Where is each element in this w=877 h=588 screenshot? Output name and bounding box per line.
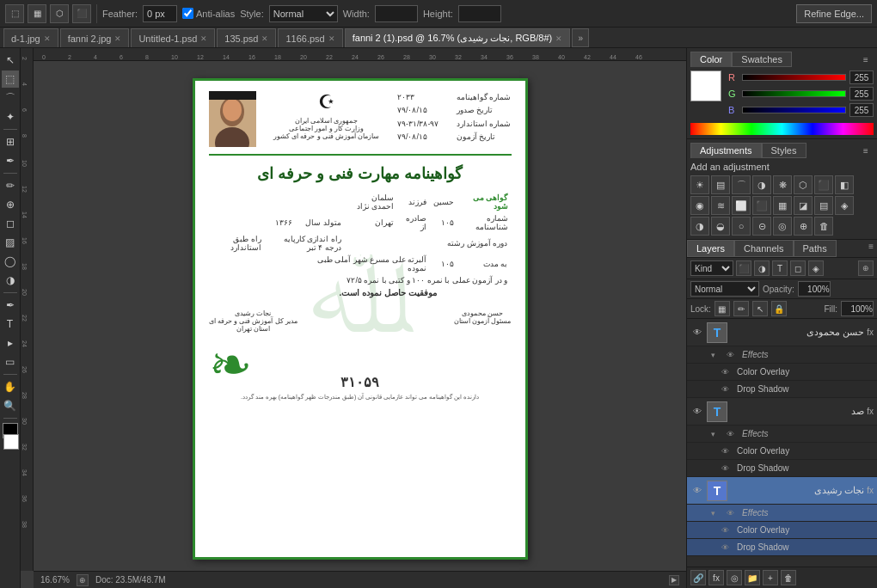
layer-effects-eye-hasan[interactable]: ▾ (711, 351, 723, 359)
text-tool-btn[interactable]: T (2, 315, 19, 333)
close-1166psd-icon[interactable]: ✕ (328, 34, 335, 43)
tab-untitled[interactable]: Untitled-1.psd ✕ (131, 28, 215, 47)
new-group-btn[interactable]: 📁 (745, 570, 760, 585)
layer-item-nejat[interactable]: 👁 T نجات رشیدی fx (687, 477, 877, 505)
pin-icon[interactable]: ⊕ (794, 217, 813, 236)
layer-effects-eye-sad[interactable]: ▾ (711, 430, 723, 438)
link-layers-btn[interactable]: 🔗 (690, 570, 706, 585)
layer-visibility-hasan[interactable]: 👁 (690, 326, 704, 340)
eraser-btn[interactable]: ◻ (2, 215, 19, 232)
fill-input[interactable] (841, 301, 874, 316)
tab-1166psd[interactable]: 1166.psd ✕ (278, 28, 342, 47)
feather-input[interactable] (143, 5, 177, 22)
photofilt-icon[interactable]: ◉ (690, 196, 709, 215)
lock-move-btn[interactable]: ↖ (752, 301, 768, 316)
status-info-btn[interactable]: ⊕ (77, 574, 89, 586)
tab-layers[interactable]: Layers (687, 240, 734, 257)
r-value-input[interactable] (849, 70, 874, 84)
coloroverlay-eye-sad[interactable]: 👁 (721, 447, 733, 456)
adjustments-menu-icon[interactable]: ≡ (863, 143, 874, 158)
dropshadow-eye-hasan[interactable]: 👁 (721, 385, 733, 394)
gradient-btn[interactable]: ▨ (2, 234, 19, 251)
posterize-icon[interactable]: ▦ (773, 196, 792, 215)
layers-panel-menu-icon[interactable]: ≡ (865, 240, 877, 257)
layer-item-sad[interactable]: 👁 T صد fx (687, 398, 877, 426)
layer-mask-btn[interactable]: ◎ (727, 570, 742, 585)
exposure-icon[interactable]: ◑ (752, 175, 771, 194)
close-untitled-icon[interactable]: ✕ (200, 34, 207, 43)
lock-all-btn[interactable]: 🔒 (771, 301, 787, 316)
effects-visibility-nejat[interactable]: 👁 (727, 509, 739, 518)
tab-channels[interactable]: Channels (734, 240, 793, 257)
kind-filter-select[interactable]: Kind (690, 260, 733, 276)
clone-stamp-btn[interactable]: ⊕ (2, 196, 19, 213)
selection-magic-btn[interactable]: ⬛ (72, 4, 91, 23)
path-select-btn[interactable]: ▸ (2, 334, 19, 352)
layer-visibility-nejat[interactable]: 👁 (690, 484, 704, 498)
blend-mode-select[interactable]: Normal (690, 281, 759, 297)
canvas-container[interactable]: شماره گواهینامه تاریخ صدور شماره استاندا… (34, 61, 686, 571)
layer-fx-sad[interactable]: fx (867, 407, 874, 416)
magic-wand-btn[interactable]: ✦ (2, 108, 19, 126)
layers-filter-toggle[interactable]: ⊕ (858, 260, 874, 276)
tab-color[interactable]: Color (690, 52, 732, 67)
shape-tool-btn[interactable]: ▭ (2, 353, 19, 371)
pen-tool-btn[interactable]: ✒ (2, 297, 19, 314)
channelmix-icon[interactable]: ≋ (711, 196, 730, 215)
zoom-tool-btn[interactable]: 🔍 (2, 397, 19, 414)
hsl-icon[interactable]: ⬡ (794, 175, 813, 194)
layers-list[interactable]: 👁 T حسن محمودی fx ▾ 👁 Effects 👁 Color Ov… (687, 319, 877, 567)
filter-smart-btn[interactable]: ◈ (808, 260, 824, 276)
clipping-icon[interactable]: ⊝ (752, 217, 771, 236)
invert-icon[interactable]: ⬛ (752, 196, 771, 215)
new-layer-btn[interactable]: + (763, 570, 778, 585)
layer-style-btn[interactable]: fx (708, 570, 724, 585)
g-value-input[interactable] (849, 87, 874, 101)
color-panel-menu-icon[interactable]: ≡ (863, 52, 874, 67)
colorbalance-icon[interactable]: ⬛ (814, 175, 833, 194)
dodge-btn[interactable]: ◑ (2, 272, 19, 289)
style-select[interactable]: Normal (269, 5, 338, 22)
effects-visibility-sad[interactable]: 👁 (727, 430, 739, 438)
tab-d1jpg[interactable]: d-1.jpg ✕ (3, 28, 58, 47)
brush-tool-btn[interactable]: ✏ (2, 177, 19, 194)
b-value-input[interactable] (849, 103, 874, 117)
selection-lasso-btn[interactable]: ⬡ (50, 4, 69, 23)
midtone-icon[interactable]: ◒ (711, 217, 730, 236)
filter-pixel-btn[interactable]: ⬛ (736, 260, 751, 276)
blur-btn[interactable]: ◯ (2, 253, 19, 270)
selectcolor-icon[interactable]: ◈ (835, 196, 854, 215)
eyedropper-btn[interactable]: ✒ (2, 152, 19, 169)
effects-visibility-hasan[interactable]: 👁 (727, 351, 739, 359)
tab-adjustments[interactable]: Adjustments (690, 143, 762, 158)
bw-icon[interactable]: ◧ (835, 175, 854, 194)
b-slider[interactable] (742, 107, 846, 113)
shadow-icon[interactable]: ◑ (690, 217, 709, 236)
close-fanni2jpg-icon[interactable]: ✕ (114, 34, 121, 43)
color-swatch[interactable] (690, 70, 721, 101)
background-color-swatch[interactable] (3, 434, 19, 450)
layer-fx-nejat[interactable]: fx (867, 486, 874, 495)
opacity-input[interactable] (798, 281, 831, 297)
marquee-tool-btn[interactable]: ⬚ (2, 70, 19, 88)
tab-styles[interactable]: Styles (762, 143, 806, 158)
eye-adj-icon[interactable]: ◎ (773, 217, 792, 236)
width-input[interactable] (375, 5, 418, 22)
tab-paths[interactable]: Paths (794, 240, 837, 257)
layer-visibility-sad[interactable]: 👁 (690, 405, 704, 419)
color-spectrum[interactable] (690, 123, 874, 135)
status-arrow-btn[interactable]: ▶ (669, 575, 679, 585)
coloroverlay-eye-hasan[interactable]: 👁 (721, 368, 733, 377)
hand-tool-btn[interactable]: ✋ (2, 378, 19, 395)
refine-edge-button[interactable]: Refine Edge... (796, 4, 872, 23)
brightness-icon[interactable]: ☀ (690, 175, 709, 194)
highlight-icon[interactable]: ○ (732, 217, 751, 236)
filter-text-btn[interactable]: T (772, 260, 788, 276)
tab-fanni2jpg[interactable]: fanni 2.jpg ✕ (60, 28, 130, 47)
g-slider[interactable] (742, 90, 846, 97)
layer-effects-eye-nejat[interactable]: ▾ (711, 509, 723, 518)
tab-fanni2-1-psd[interactable]: fanni 2 (1).psd @ 16.7% (نجات رشیدی, RGB… (345, 28, 570, 47)
r-slider[interactable] (742, 74, 846, 81)
lasso-tool-btn[interactable]: ⌒ (2, 89, 19, 107)
close-d1jpg-icon[interactable]: ✕ (44, 34, 51, 43)
